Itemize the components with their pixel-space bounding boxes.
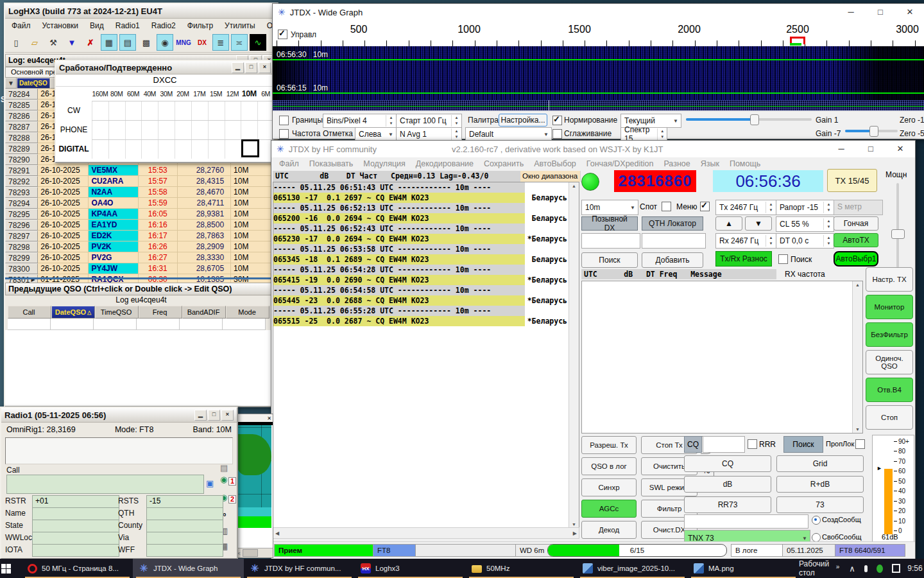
decode-line[interactable]: 065345 -18 0.1 2689 ~ CQ EW4M KO23 Белар… bbox=[273, 254, 569, 265]
chevron-icon[interactable]: » bbox=[836, 563, 840, 570]
toolbar-icon[interactable]: ⚒ bbox=[45, 34, 62, 51]
table-row[interactable]: 78299 26-10-2025 PV2G 16:27 28,3330 10M bbox=[5, 252, 277, 263]
maximize-button[interactable]: □ bbox=[866, 4, 895, 21]
side-button[interactable]: Одиноч. QSO bbox=[866, 350, 913, 374]
toolbar-icon[interactable]: MNG bbox=[175, 34, 192, 51]
field-input[interactable] bbox=[32, 544, 119, 557]
decode-scrollbar[interactable]: ▲▼ bbox=[569, 182, 579, 528]
menu-item[interactable]: Декодирование bbox=[416, 159, 474, 168]
network-icon[interactable] bbox=[892, 564, 901, 573]
side-button[interactable]: Отв.В4 bbox=[866, 378, 913, 402]
menu-item[interactable]: Сохранить bbox=[484, 159, 524, 168]
autotx-button[interactable]: АвтоTX bbox=[834, 233, 878, 247]
call-input[interactable] bbox=[6, 475, 204, 494]
free-message-input[interactable] bbox=[684, 514, 809, 529]
cl-spinner[interactable]: CL 55 %▲▼ bbox=[776, 216, 834, 232]
rx-frequency-list[interactable]: ▲▼ bbox=[581, 281, 863, 434]
menu-item[interactable]: Файл bbox=[279, 159, 299, 168]
clock[interactable]: 9:56 bbox=[907, 564, 922, 573]
toolbar-icon[interactable]: ≣ bbox=[212, 34, 229, 51]
field-input[interactable] bbox=[146, 532, 223, 545]
world-map[interactable] bbox=[237, 425, 271, 528]
side-button[interactable]: Стоп bbox=[866, 405, 913, 430]
dxcc-worked-checkbox[interactable] bbox=[241, 139, 259, 157]
waterfall[interactable]: 06:56:30 10m 06:56:15 10m bbox=[273, 46, 924, 100]
column-header[interactable]: Call bbox=[8, 306, 51, 319]
scroll-right-icon[interactable]: ▶ bbox=[573, 530, 579, 536]
side-button[interactable]: Монитор bbox=[866, 295, 913, 319]
borders-checkbox[interactable] bbox=[279, 116, 289, 125]
decode-line[interactable]: 065515 -25 0.0 2687 ~ CQ EW4M KO23 *Бела… bbox=[273, 316, 569, 326]
control-button[interactable]: Синхр bbox=[581, 478, 637, 496]
toolbar-icon[interactable]: ▩ bbox=[138, 34, 155, 51]
menu-item[interactable]: Вид bbox=[90, 21, 104, 30]
microphone-icon[interactable] bbox=[864, 565, 868, 572]
decode-hscrollbar[interactable]: ◀ ▶ bbox=[273, 527, 579, 539]
power-slider-track[interactable] bbox=[896, 183, 899, 268]
frequency-display[interactable]: 28316860 bbox=[614, 170, 696, 192]
proplok-checkbox[interactable] bbox=[855, 439, 865, 449]
message-button[interactable]: Grid bbox=[776, 455, 864, 472]
decode-line[interactable]: ----- 05.11.25 06:54:58 UTC ------------… bbox=[273, 285, 569, 295]
freq-down-button[interactable]: ▼ bbox=[745, 216, 772, 231]
decode-line[interactable]: ----- 05.11.25 06:51:43 UTC ------------… bbox=[273, 182, 569, 193]
column-header[interactable]: DateQSO bbox=[17, 78, 50, 89]
message-button[interactable]: dB bbox=[684, 476, 771, 493]
table-row[interactable]: 78296 26-10-2025 EA1YD 16:16 28,8500 10M bbox=[5, 220, 277, 231]
spot-checkbox[interactable] bbox=[662, 202, 671, 211]
side-button[interactable]: БезФильтр bbox=[866, 322, 913, 347]
autoselect-button[interactable]: АвтоВыбр1 bbox=[834, 251, 878, 267]
normalize-checkbox[interactable] bbox=[552, 116, 562, 125]
freq-up-button[interactable]: ▲ bbox=[715, 216, 742, 231]
decode-list[interactable]: ----- 05.11.25 06:51:43 UTC ------------… bbox=[273, 182, 579, 529]
taskbar-item[interactable]: viber_image_2025-10... bbox=[577, 559, 688, 578]
toolbar-icon[interactable]: ✗ bbox=[82, 34, 99, 51]
rx-marker[interactable] bbox=[790, 43, 801, 46]
zero1-slider[interactable] bbox=[845, 125, 898, 137]
menu-item[interactable]: Radio1 bbox=[116, 21, 140, 30]
maximize-button[interactable]: □ bbox=[856, 141, 886, 157]
toolbar-icon[interactable]: ▼ bbox=[64, 34, 80, 51]
search-button[interactable]: Поиск bbox=[581, 252, 638, 268]
decode-line[interactable]: ----- 05.11.25 06:52:43 UTC ------------… bbox=[273, 223, 569, 234]
loghx3-titlebar[interactable]: LogHX3 (build 773 at 2024-12-21) EU4T bbox=[5, 4, 277, 19]
add-button[interactable]: Добавить bbox=[642, 252, 703, 268]
menu-item[interactable]: Фильтр bbox=[187, 21, 213, 30]
show-hidden-icons[interactable]: ∧ bbox=[849, 564, 855, 574]
toolbar-icon[interactable]: ≍ bbox=[231, 34, 248, 51]
gen-msg-radio[interactable] bbox=[812, 516, 821, 525]
table-row[interactable]: 78291 26-10-2025 VE5MX 15:53 28,2760 10M bbox=[5, 165, 277, 176]
field-input[interactable] bbox=[32, 507, 119, 520]
control-button[interactable]: Декод bbox=[581, 521, 637, 539]
message-button[interactable]: CQ bbox=[684, 455, 771, 472]
minimize-button[interactable]: ▁ bbox=[232, 62, 244, 73]
toolbar-icon[interactable]: ▦ bbox=[101, 34, 117, 51]
spectrum-spinner[interactable]: Спектр 15▲▼ bbox=[620, 127, 667, 141]
cq-chip[interactable]: CQ bbox=[684, 436, 702, 453]
column-header[interactable]: Freq bbox=[139, 306, 182, 319]
dt-spinner[interactable]: DT 0,0 с▲▼ bbox=[776, 233, 834, 249]
splitter[interactable] bbox=[5, 277, 277, 279]
power-slider-thumb[interactable] bbox=[891, 229, 905, 239]
navg-spinner[interactable]: N Avg 1▲▼ bbox=[396, 127, 462, 141]
radio1-titlebar[interactable]: Radio1 (05-11-2025 06:56) ▁□× bbox=[1, 408, 237, 423]
dxcc-titlebar[interactable]: Сработано/Подтвержденно ▁□× bbox=[56, 61, 274, 74]
column-header[interactable]: Mode bbox=[226, 306, 270, 319]
minimize-button[interactable]: ─ bbox=[826, 141, 856, 157]
stack-icon[interactable]: ▤ bbox=[220, 463, 228, 473]
txrx-split-button[interactable]: Tx/Rx Разнос bbox=[715, 251, 772, 267]
toolbar-icon[interactable]: ▱ bbox=[26, 34, 43, 51]
menu-item[interactable]: Radio2 bbox=[151, 21, 176, 30]
table-row[interactable]: 78298 26-10-2025 PV2K 16:26 28,2909 10M bbox=[5, 241, 277, 252]
decode-line[interactable]: 065415 -19 0.0 2690 ~ CQ EW4M KO23 *Бела… bbox=[273, 275, 569, 285]
column-header[interactable]: DateQSO△ bbox=[51, 306, 95, 319]
save-icon[interactable]: ▣ bbox=[206, 478, 214, 488]
taskbar-item[interactable]: MA.png bbox=[688, 559, 799, 578]
control-checkbox[interactable] bbox=[278, 30, 287, 39]
table-row[interactable]: 78300 26-10-2025 PY4JW 16:31 28,6705 10M bbox=[5, 263, 277, 274]
menu-item[interactable]: Установки bbox=[42, 21, 78, 30]
report-spinner[interactable]: Рапорт -15▲▼ bbox=[776, 200, 834, 215]
close-button[interactable]: × bbox=[221, 410, 234, 421]
column-header[interactable]: BandADIF bbox=[182, 306, 226, 319]
toolbar-icon[interactable]: ▯ bbox=[8, 34, 24, 51]
